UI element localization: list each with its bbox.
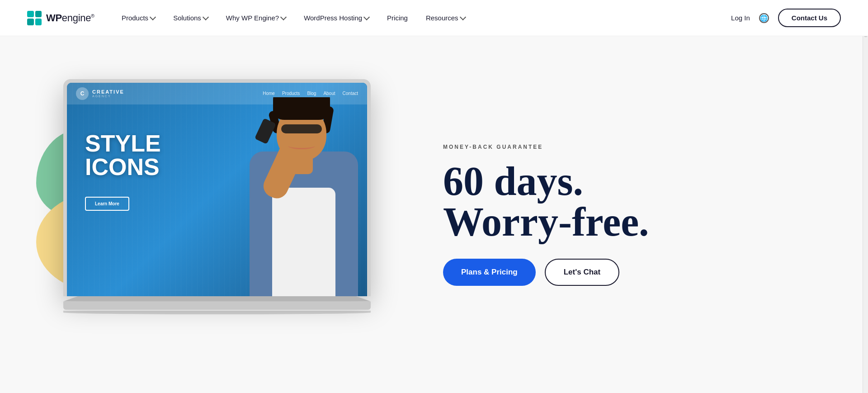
hero-ctas: Plans & Pricing Let's Chat: [443, 259, 841, 286]
nav-right: Log In 🌐 Contact Us: [731, 9, 841, 27]
chevron-down-icon: [280, 14, 287, 20]
laptop-screen-inner: C CREATIVE AGENCY Home Products Blo: [67, 83, 367, 296]
nav-item-products[interactable]: Products: [113, 0, 164, 36]
logo[interactable]: WPengine®: [27, 11, 94, 25]
guarantee-label: MONEY-BACK GUARANTEE: [443, 144, 841, 150]
nav-item-why[interactable]: Why WP Engine?: [217, 0, 295, 36]
laptop-shadow: [63, 311, 371, 314]
login-link[interactable]: Log In: [731, 14, 750, 22]
scrollbar[interactable]: [863, 0, 868, 393]
nav-item-hosting[interactable]: WordPress Hosting: [295, 0, 378, 36]
nav-item-pricing[interactable]: Pricing: [378, 0, 417, 36]
lets-chat-button[interactable]: Let's Chat: [545, 259, 620, 286]
nav-item-resources[interactable]: Resources: [417, 0, 474, 36]
smile: [288, 142, 315, 149]
person-shirt: [272, 188, 335, 296]
person-illustration: [204, 97, 367, 296]
hero-section: C CREATIVE AGENCY Home Products Blo: [0, 36, 868, 393]
chevron-down-icon: [363, 14, 370, 20]
laptop-screen: C CREATIVE AGENCY Home Products Blo: [63, 79, 371, 296]
laptop-hinge: [63, 296, 371, 302]
chevron-down-icon: [150, 14, 156, 20]
plans-pricing-button[interactable]: Plans & Pricing: [443, 259, 536, 286]
navbar: WPengine® Products Solutions Why WP Engi…: [0, 0, 868, 36]
hero-copy: MONEY-BACK GUARANTEE 60 days. Worry-free…: [407, 144, 841, 286]
mini-learn-more-button: Learn More: [85, 197, 129, 211]
logo-text: WPengine®: [46, 12, 94, 24]
logo-grid-icon: [27, 11, 42, 25]
chevron-down-icon: [203, 14, 209, 20]
person-hair: [273, 97, 330, 120]
hero-headline: 60 days. Worry-free.: [443, 161, 841, 242]
chevron-down-icon: [460, 14, 466, 20]
sunglasses: [281, 124, 322, 133]
mini-website: C CREATIVE AGENCY Home Products Blo: [67, 83, 367, 296]
laptop-base: [63, 302, 371, 310]
laptop-mockup: C CREATIVE AGENCY Home Products Blo: [63, 79, 371, 328]
contact-us-button[interactable]: Contact Us: [778, 9, 841, 27]
nav-links: Products Solutions Why WP Engine? WordPr…: [113, 0, 731, 36]
globe-icon[interactable]: 🌐: [759, 13, 769, 23]
nav-item-solutions[interactable]: Solutions: [164, 0, 217, 36]
hero-laptop-area: C CREATIVE AGENCY Home Products Blo: [36, 57, 407, 373]
